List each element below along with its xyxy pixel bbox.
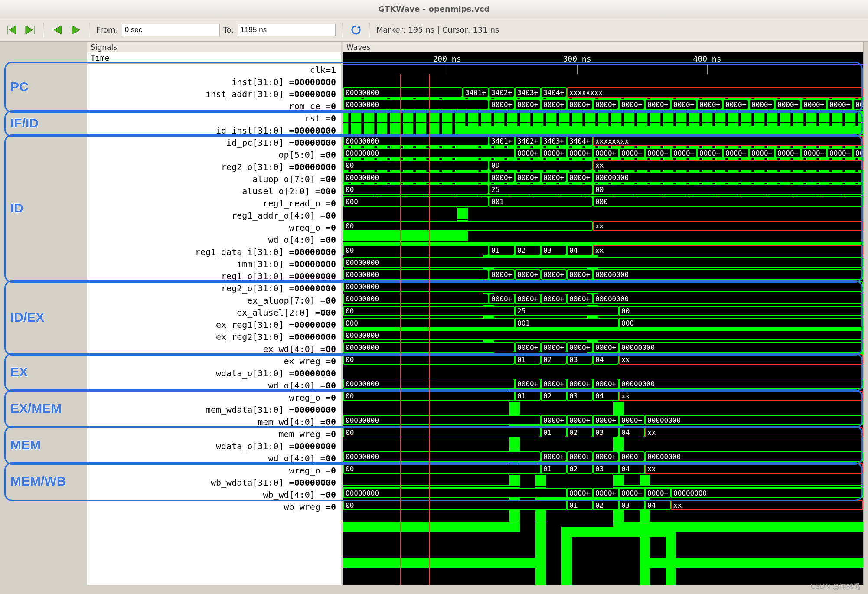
signal-row[interactable]: wd_o[4:0] =00 — [87, 379, 341, 392]
wave-row[interactable]: 000000000000+0000+0000+0000+00000000 — [343, 450, 863, 463]
from-input[interactable] — [122, 24, 220, 36]
wave-row[interactable]: 000001000 — [343, 196, 863, 208]
signal-row[interactable]: wd_o[4:0] =00 — [87, 452, 341, 464]
wave-row[interactable] — [343, 511, 863, 523]
wave-row[interactable] — [343, 402, 863, 414]
signal-row[interactable]: alusel_o[2:0] =000 — [87, 185, 341, 197]
wave-row[interactable]: 000000003401+3402+3403+3404+xxxxxxxx — [343, 135, 863, 147]
signal-row[interactable]: aluop_o[7:0] =00 — [87, 173, 341, 185]
bus-value: 02 — [567, 463, 593, 474]
bus-value: 0000+ — [645, 99, 671, 110]
wave-row[interactable]: 000000000000+0000+0000+0000+00000000 — [343, 414, 863, 426]
bus-value: 00000000 — [343, 136, 489, 146]
signal-row[interactable]: wreg_o =0 — [87, 222, 341, 234]
signal-row[interactable]: wb_wd[4:0] =00 — [87, 489, 341, 501]
signal-row[interactable]: ex_wreg =0 — [87, 355, 341, 367]
wave-row[interactable] — [343, 438, 863, 450]
wave-row[interactable] — [343, 123, 863, 135]
pipeline-stage-overlay: PCIF/IDIDID/EXEXEX/MEMMEMMEM/WB — [4, 42, 85, 585]
waves-body[interactable]: 000000003401+3402+3403+3404+xxxxxxxx0000… — [343, 74, 863, 585]
bus-value: 0000+ — [567, 269, 593, 280]
wave-row[interactable]: 000000000000+0000+0000+0000+0000+0000+00… — [343, 147, 863, 159]
wave-row[interactable]: 0001020304xx — [343, 499, 863, 511]
bus-value: 00000000 — [645, 415, 863, 425]
wave-row[interactable] — [343, 208, 863, 220]
bus-value: 00000000 — [343, 281, 863, 292]
signal-row[interactable]: reg1_addr_o[4:0] =00 — [87, 209, 341, 222]
waves-pane[interactable]: Waves 200 ns300 ns400 ns 000000003401+34… — [343, 42, 863, 585]
cursor-line[interactable] — [400, 74, 401, 585]
wave-row[interactable] — [343, 74, 863, 86]
signal-row[interactable]: wd_o[4:0] =00 — [87, 234, 341, 246]
wave-row[interactable]: 0001020304xx — [343, 426, 863, 438]
wave-row[interactable]: 002500 — [343, 305, 863, 317]
seek-first-icon[interactable] — [4, 23, 19, 37]
signal-row[interactable]: id_inst[31:0] =00000000 — [87, 124, 341, 137]
signal-row[interactable]: mem_wreg =0 — [87, 428, 341, 440]
wave-row[interactable]: 002500 — [343, 183, 863, 196]
wave-row[interactable]: 000000000000+0000+0000+0000+0000+0000+00… — [343, 98, 863, 111]
wave-row[interactable]: 0001020304xx — [343, 390, 863, 402]
bus-value: 00000000 — [343, 451, 541, 462]
wave-row[interactable]: 000000000000+0000+0000+0000+00000000 — [343, 487, 863, 499]
wave-row[interactable]: 0001020304xx — [343, 353, 863, 366]
bus-value: 0000+ — [593, 379, 619, 389]
signal-row[interactable]: id_pc[31:0] =00000000 — [87, 137, 341, 149]
wave-row[interactable] — [343, 111, 863, 123]
wave-row[interactable]: 00000000 — [343, 256, 863, 268]
stage-label: MEM/WB — [10, 474, 66, 489]
signal-list[interactable]: clk=1inst[31:0] =00000000inst_addr[31:0]… — [87, 64, 341, 585]
signal-row[interactable]: wreg_o =0 — [87, 392, 341, 404]
refresh-icon[interactable] — [349, 23, 363, 37]
signal-row[interactable]: reg2_o[31:0] =00000000 — [87, 282, 341, 294]
signal-row[interactable]: mem_wd[4:0] =00 — [87, 416, 341, 428]
wave-row[interactable]: 000Dxx — [343, 159, 863, 171]
wave-row[interactable] — [343, 232, 863, 244]
wave-row[interactable]: 0001020304xx — [343, 463, 863, 475]
bus-value: 0000+ — [853, 99, 863, 110]
signal-row[interactable]: wdata_o[31:0] =00000000 — [87, 367, 341, 379]
bus-value: 0000+ — [593, 342, 619, 352]
wave-row[interactable]: 0001020304xx — [343, 244, 863, 256]
wave-row[interactable]: 00000000 — [343, 329, 863, 341]
wave-row[interactable]: 000000000000+0000+0000+0000+00000000 — [343, 171, 863, 183]
signal-row[interactable]: wb_wdata[31:0] =00000000 — [87, 477, 341, 489]
wave-row[interactable]: 000000000000+0000+0000+0000+00000000 — [343, 378, 863, 390]
signal-row[interactable]: ex_reg2[31:0] =00000000 — [87, 331, 341, 343]
marker-line[interactable] — [429, 74, 430, 585]
signal-row[interactable]: mem_wdata[31:0] =00000000 — [87, 404, 341, 416]
signal-row[interactable]: rst =0 — [87, 112, 341, 124]
signal-row[interactable]: wreg_o =0 — [87, 464, 341, 477]
signal-row[interactable]: inst_addr[31:0] =00000000 — [87, 88, 341, 100]
signal-row[interactable]: reg2_o[31:0] =00000000 — [87, 161, 341, 173]
signal-row[interactable]: imm[31:0] =00000000 — [87, 258, 341, 270]
wave-row[interactable]: 000000000000+0000+0000+0000+00000000 — [343, 293, 863, 305]
signal-row[interactable]: ex_alusel[2:0] =000 — [87, 307, 341, 319]
wave-row[interactable]: 00xx — [343, 220, 863, 232]
signal-row[interactable]: reg1_o[31:0] =00000000 — [87, 270, 341, 282]
signal-row[interactable]: wdata_o[31:0] =00000000 — [87, 440, 341, 452]
wave-row[interactable]: 000000000000+0000+0000+0000+00000000 — [343, 341, 863, 353]
signal-row[interactable]: clk=1 — [87, 64, 341, 76]
wave-row[interactable]: 000000000000+0000+0000+0000+00000000 — [343, 268, 863, 281]
wave-row[interactable]: 00000000 — [343, 281, 863, 293]
signal-row[interactable]: ex_reg1[31:0] =00000000 — [87, 319, 341, 331]
signal-row[interactable]: reg1_data_i[31:0] =00000000 — [87, 246, 341, 258]
wave-row[interactable] — [343, 366, 863, 378]
signal-row[interactable]: ex_aluop[7:0] =00 — [87, 294, 341, 307]
time-ruler[interactable]: 200 ns300 ns400 ns — [343, 52, 863, 74]
signal-row[interactable]: wb_wreg =0 — [87, 501, 341, 513]
step-forward-icon[interactable] — [69, 23, 83, 37]
wave-row[interactable] — [343, 475, 863, 487]
wave-row[interactable]: 000000003401+3402+3403+3404+xxxxxxxx — [343, 86, 863, 98]
signal-row[interactable]: inst[31:0] =00000000 — [87, 76, 341, 88]
signal-row[interactable]: reg1_read_o =0 — [87, 197, 341, 209]
signal-row[interactable]: op[5:0] =00 — [87, 149, 341, 161]
signal-row[interactable]: ex_wd[4:0] =00 — [87, 343, 341, 355]
to-input[interactable] — [238, 24, 336, 36]
wave-row[interactable]: 000001000 — [343, 317, 863, 329]
signal-row[interactable]: rom_ce =0 — [87, 100, 341, 112]
step-back-icon[interactable] — [50, 23, 65, 37]
bus-value: 02 — [541, 391, 567, 401]
seek-last-icon[interactable] — [23, 23, 37, 37]
